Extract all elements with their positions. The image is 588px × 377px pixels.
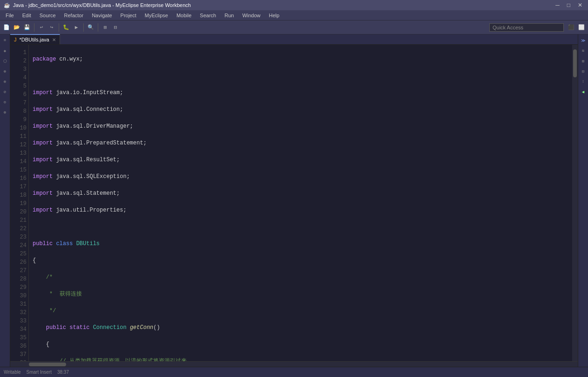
main-layout: ≡ ◈ ⬡ ⊕ ⊗ ⊘ ⊙ ⊚ J *DBUtils.java ✕ 1 2 3 [0, 34, 588, 367]
tab-icon: J [14, 37, 17, 42]
toolbar-maximize-view[interactable]: ⬜ [577, 23, 586, 32]
maximize-button[interactable]: □ [565, 1, 572, 9]
toolbar-views[interactable]: ⊟ [111, 23, 120, 32]
sidebar-icon-5[interactable]: ⊗ [1, 77, 9, 86]
menu-navigate[interactable]: Navigate [88, 12, 115, 19]
menu-run[interactable]: Run [221, 12, 237, 19]
toolbar-sep2 [59, 23, 59, 32]
sidebar-icon-4[interactable]: ⊕ [1, 67, 9, 75]
menu-refactor[interactable]: Refactor [61, 12, 88, 19]
menu-edit[interactable]: Edit [19, 12, 35, 19]
line-numbers: 1 2 3 4 5 6 7 8 9 10 11 12 13 14 15 16 1 [10, 45, 29, 361]
toolbar-sep3 [83, 23, 84, 32]
window-title: Java - jdbc_demo1/src/cn/wyx/DBUtils.jav… [13, 2, 191, 8]
tab-close-btn[interactable]: ✕ [52, 37, 56, 42]
status-insert: Smart Insert [27, 370, 52, 375]
sidebar-icon-1[interactable]: ≡ [1, 36, 9, 45]
right-sidebar-icon-1[interactable]: ≫ [579, 36, 588, 45]
horizontal-scrollbar-thumb[interactable] [29, 363, 66, 366]
toolbar-undo[interactable]: ↩ [37, 23, 46, 32]
scrollbar-thumb[interactable] [573, 49, 577, 77]
title-bar: ☕ Java - jdbc_demo1/src/cn/wyx/DBUtils.j… [0, 0, 588, 10]
right-sidebar-icon-4[interactable]: ⊟ [579, 67, 588, 75]
toolbar-redo[interactable]: ↪ [47, 23, 56, 32]
menu-source[interactable]: Source [36, 12, 60, 19]
menu-mobile[interactable]: Mobile [173, 12, 195, 19]
right-sidebar-icon-2[interactable]: ≋ [579, 47, 588, 55]
title-bar-left: ☕ Java - jdbc_demo1/src/cn/wyx/DBUtils.j… [4, 2, 191, 8]
toolbar-sep1 [34, 23, 34, 32]
tab-bar: J *DBUtils.java ✕ [10, 34, 578, 45]
title-bar-right: ─ □ ✕ [554, 1, 584, 9]
close-button[interactable]: ✕ [576, 1, 584, 9]
sidebar-icon-8[interactable]: ⊚ [1, 108, 9, 117]
right-sidebar-icon-3[interactable]: ⊞ [579, 57, 588, 65]
code-content[interactable]: package cn.wyx; import java.io.InputStre… [29, 45, 572, 361]
right-sidebar-icon-5[interactable]: ↕ [579, 77, 588, 86]
toolbar: 📄 📂 💾 ↩ ↪ 🐛 ▶ 🔍 ⊞ ⊟ Quick Access ⬛ ⬜ [0, 21, 588, 34]
code-editor: 1 2 3 4 5 6 7 8 9 10 11 12 13 14 15 16 1 [10, 45, 578, 361]
menu-help[interactable]: Help [265, 12, 284, 19]
menu-window[interactable]: Window [238, 12, 264, 19]
toolbar-debug[interactable]: 🐛 [61, 23, 71, 32]
left-sidebar: ≡ ◈ ⬡ ⊕ ⊗ ⊘ ⊙ ⊚ [0, 34, 10, 367]
menu-project[interactable]: Project [117, 12, 140, 19]
right-sidebar: ≫ ≋ ⊞ ⊟ ↕ ◀ [578, 34, 588, 367]
app-icon: ☕ [4, 2, 10, 8]
quick-access-box[interactable]: Quick Access [489, 23, 564, 32]
menu-search[interactable]: Search [196, 12, 220, 19]
menu-bar: File Edit Source Refactor Navigate Proje… [0, 10, 588, 21]
sidebar-icon-6[interactable]: ⊘ [1, 88, 9, 96]
status-bar: Writable Smart Insert 38:37 [0, 367, 588, 377]
menu-myeclipse[interactable]: MyEclipse [141, 12, 172, 19]
right-sidebar-icon-6[interactable]: ◀ [579, 88, 588, 96]
tab-label: *DBUtils.java [20, 37, 49, 42]
bottom-horizontal-scrollbar[interactable] [10, 361, 578, 367]
toolbar-search[interactable]: 🔍 [86, 23, 95, 32]
status-text: Writable [4, 370, 21, 375]
toolbar-sep4 [98, 23, 98, 32]
toolbar-new[interactable]: 📄 [2, 23, 11, 32]
toolbar-save[interactable]: 💾 [22, 23, 32, 32]
minimize-button[interactable]: ─ [554, 1, 561, 9]
sidebar-icon-2[interactable]: ◈ [1, 47, 9, 55]
sidebar-icon-7[interactable]: ⊙ [1, 98, 9, 106]
toolbar-run[interactable]: ▶ [72, 23, 81, 32]
editor-area: J *DBUtils.java ✕ 1 2 3 4 5 6 7 8 9 10 [10, 34, 578, 367]
menu-file[interactable]: File [2, 12, 18, 19]
toolbar-open[interactable]: 📂 [12, 23, 21, 32]
status-position: 38:37 [57, 370, 69, 375]
quick-access-label: Quick Access [493, 25, 523, 30]
editor-vertical-scrollbar[interactable] [572, 45, 578, 361]
toolbar-minimize-view[interactable]: ⬛ [567, 23, 576, 32]
tab-dbutils[interactable]: J *DBUtils.java ✕ [10, 34, 60, 44]
sidebar-icon-3[interactable]: ⬡ [1, 57, 9, 65]
toolbar-perspective[interactable]: ⊞ [101, 23, 110, 32]
